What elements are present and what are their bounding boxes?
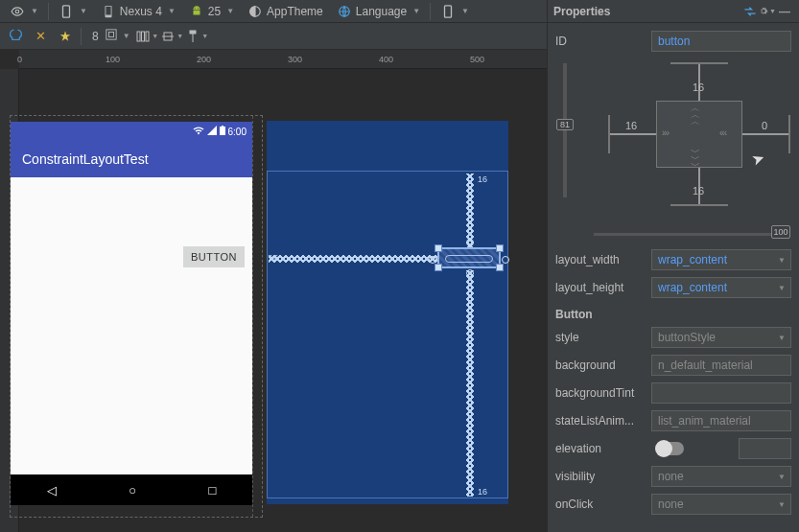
constraint-anchor-top[interactable]	[466, 239, 474, 246]
ruler-tick: 0	[17, 55, 22, 64]
separator	[430, 3, 431, 20]
infer-constraints[interactable]	[54, 25, 77, 48]
prop-background-value: n_default_material	[658, 359, 753, 372]
svg-rect-14	[146, 32, 149, 41]
prop-visibility-field[interactable]: none	[651, 466, 791, 487]
toggle-autoconnect[interactable]	[4, 25, 27, 48]
button-text: BUTTON	[191, 251, 237, 263]
prop-id-value: button	[658, 35, 690, 48]
conn-right[interactable]	[742, 133, 788, 135]
prop-layout-height-field[interactable]: wrap_content	[651, 277, 791, 298]
resize-handle-se[interactable]	[496, 264, 504, 271]
chevron-down-icon: ▼	[31, 7, 38, 15]
separator	[81, 28, 82, 45]
margin-top-value[interactable]: 16	[693, 81, 704, 93]
theme-icon	[247, 4, 263, 19]
battery-icon	[220, 126, 225, 137]
chevron-down-icon: ▼	[152, 33, 158, 39]
prop-layout-width-field[interactable]: wrap_content	[651, 249, 791, 270]
theme-label: AppTheme	[267, 5, 323, 18]
align-button[interactable]: ▼	[161, 25, 184, 48]
svg-rect-13	[142, 32, 145, 41]
resize-handle-nw[interactable]	[435, 244, 442, 252]
svg-rect-9	[445, 5, 452, 16]
pack-button[interactable]: ▼	[136, 25, 159, 48]
constraint-anchor-bottom[interactable]	[466, 269, 474, 277]
variant-selector[interactable]: ▼	[435, 2, 475, 21]
properties-title: Properties	[553, 5, 610, 18]
design-content[interactable]: BUTTON	[11, 177, 252, 474]
vertical-bias-value: 81	[560, 120, 570, 129]
blueprint-button-widget[interactable]	[437, 247, 501, 268]
prop-onclick-field[interactable]: none	[651, 494, 791, 515]
nav-back-icon: ◁	[47, 483, 57, 497]
clear-constraints[interactable]: ✕	[29, 25, 52, 48]
svg-rect-12	[137, 32, 140, 41]
margin-left-value[interactable]: 16	[625, 120, 637, 131]
prop-visibility-value: none	[658, 470, 684, 483]
prop-style-field[interactable]: buttonStyle	[651, 327, 791, 348]
chevron-down-icon: ▼	[176, 33, 183, 39]
horizontal-bias-slider[interactable]: 100	[594, 233, 786, 236]
prop-statelistanim-field[interactable]: list_anim_material	[651, 410, 791, 431]
svg-point-4	[194, 7, 195, 8]
vertical-bias-knob[interactable]: 81	[556, 119, 574, 130]
device-phone-icon	[101, 4, 116, 19]
wifi-icon	[193, 126, 204, 137]
ruler-tick: 200	[197, 55, 211, 64]
device-selector[interactable]: Nexus 4 ▼	[95, 2, 181, 21]
size-mode-right[interactable]: ‹‹‹	[719, 129, 726, 136]
prop-onclick-label: onClick	[555, 497, 651, 511]
eye-icon	[10, 4, 25, 19]
settings-button[interactable]: ▼	[759, 3, 776, 20]
minimize-button[interactable]: —	[776, 3, 793, 20]
svg-rect-6	[193, 10, 200, 14]
elevation-value-field[interactable]	[739, 438, 791, 459]
horizontal-bias-knob[interactable]: 100	[771, 225, 790, 239]
ruler-horizontal: 0 100 200 300 400 500	[19, 50, 547, 69]
nav-recent-icon: □	[208, 483, 216, 497]
orientation-toggle[interactable]: ▼	[53, 2, 93, 21]
size-mode-bottom[interactable]: ﹀﹀﹀	[691, 149, 699, 169]
design-button-widget[interactable]: BUTTON	[183, 246, 245, 267]
constraint-anchor-right[interactable]	[502, 256, 509, 264]
margin-bottom-value[interactable]: 16	[693, 185, 704, 197]
elevation-toggle[interactable]	[657, 442, 684, 455]
chevron-down-icon: ▼	[123, 32, 130, 40]
constraint-inner-box[interactable]	[656, 101, 742, 168]
size-mode-top[interactable]: ︿︿︿	[691, 104, 699, 125]
api-label: 25	[208, 5, 221, 18]
default-margin-selector[interactable]: 8 ▼	[85, 27, 134, 46]
design-preview[interactable]: 6:00 ConstraintLayoutTest BUTTON ◁ ○ □	[11, 122, 252, 505]
vertical-bias-slider[interactable]: 81	[563, 63, 567, 197]
conn-left[interactable]	[610, 133, 656, 135]
size-mode-left[interactable]: ›››	[662, 129, 669, 136]
constraint-anchor-left[interactable]	[429, 256, 436, 264]
svg-rect-1	[62, 5, 69, 16]
guidelines-button[interactable]: ▼	[186, 25, 209, 48]
edge-right	[788, 115, 790, 153]
prop-background-field[interactable]: n_default_material	[651, 355, 791, 376]
toggle-view-mode-button[interactable]	[741, 3, 759, 20]
locale-selector[interactable]: Language ▼	[331, 2, 426, 21]
prop-backgroundtint-field[interactable]	[651, 382, 791, 404]
margin-icon	[106, 29, 117, 43]
properties-body: ID button 81 16 16	[548, 23, 799, 525]
separator	[48, 3, 49, 20]
chevron-down-icon: ▼	[201, 33, 208, 39]
margin-right-value[interactable]: 0	[762, 120, 767, 131]
api-selector[interactable]: 25 ▼	[183, 2, 240, 21]
ruler-tick: 300	[288, 55, 302, 64]
svg-rect-11	[108, 32, 113, 36]
theme-selector[interactable]: AppTheme	[242, 2, 329, 21]
svg-rect-18	[190, 31, 196, 34]
design-surface-toggle[interactable]: ▼	[4, 2, 44, 21]
prop-id-field[interactable]: button	[651, 31, 791, 52]
design-frame: 6:00 ConstraintLayoutTest BUTTON ◁ ○ □	[10, 115, 263, 518]
chevron-down-icon: ▼	[769, 8, 776, 14]
ruler-tick: 500	[470, 55, 484, 64]
resize-handle-sw[interactable]	[435, 264, 442, 271]
blueprint-preview[interactable]: 16 16 16	[267, 121, 508, 504]
resize-handle-ne[interactable]	[496, 244, 504, 252]
design-canvas[interactable]: 0 100 200 300 400 500	[0, 50, 547, 532]
